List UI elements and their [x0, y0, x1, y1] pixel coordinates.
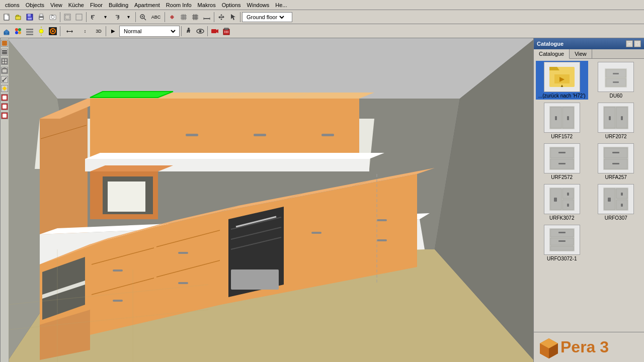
icon-measure[interactable] — [1, 76, 8, 83]
render-btn[interactable] — [47, 26, 58, 37]
open-btn[interactable] — [13, 12, 24, 23]
catalogue-item-URFK3072[interactable]: URFK3072 — [536, 183, 588, 222]
svg-marker-108 — [108, 182, 145, 212]
zoom-text-btn[interactable]: ABC — [149, 12, 163, 23]
icon-room[interactable] — [1, 67, 8, 74]
mode-select[interactable]: Normal — [122, 28, 177, 35]
menu-apartment[interactable]: Apartment — [131, 1, 163, 9]
redo-dropdown[interactable]: ▾ — [123, 12, 134, 23]
lighting-btn[interactable] — [36, 26, 47, 37]
grid-snap-btn[interactable] — [178, 12, 189, 23]
print-btn[interactable] — [36, 12, 47, 23]
zoom-in-btn[interactable] — [137, 12, 148, 23]
main-area: Catalogue − □ Catalogue View ▲ — [0, 38, 644, 362]
svg-marker-120 — [155, 212, 221, 320]
catalogue-titlebar: Catalogue − □ — [534, 38, 644, 49]
icon-view[interactable] — [1, 58, 8, 65]
tab-view[interactable]: View — [570, 49, 592, 58]
photo-btn[interactable] — [47, 12, 58, 23]
camera-red-btn[interactable] — [209, 26, 220, 37]
cursor-btn[interactable] — [227, 12, 238, 23]
eye-btn[interactable] — [195, 26, 206, 37]
undo-btn[interactable] — [88, 12, 99, 23]
sep2 — [86, 12, 87, 22]
menu-floor[interactable]: Floor — [87, 1, 106, 9]
svg-rect-159 — [613, 81, 619, 83]
catalogue-item-back[interactable]: ▲ ...(zurück nach 'H72') — [536, 61, 588, 100]
catalogue-item-label-URF2072: URF2072 — [605, 134, 627, 139]
floor-dropdown[interactable]: Ground floor 1st Floor Basement — [242, 12, 292, 22]
pan-btn[interactable] — [216, 12, 227, 23]
grid-btn[interactable] — [190, 12, 201, 23]
svg-rect-44 — [26, 31, 33, 33]
svg-marker-104 — [85, 153, 384, 159]
menu-options[interactable]: Options — [219, 1, 244, 9]
menu-help[interactable]: He... — [272, 1, 290, 9]
svg-rect-12 — [65, 15, 69, 19]
measure-btn[interactable] — [201, 12, 212, 23]
svg-marker-90 — [90, 99, 158, 159]
catalogue-item-URFO3072-1[interactable]: URFO3072-1 — [536, 224, 588, 262]
icon-red3[interactable] — [1, 112, 8, 119]
thumb-URF2072 — [598, 103, 634, 133]
svg-marker-79 — [9, 38, 533, 99]
menu-actions[interactable]: ctions — [2, 1, 23, 9]
svg-rect-158 — [613, 73, 619, 74]
sep5 — [214, 12, 214, 22]
svg-rect-65 — [2, 53, 7, 54]
new-btn[interactable] — [1, 12, 12, 23]
icon-red1[interactable] — [1, 94, 8, 101]
catalogue-item-label-URF1572: URF1572 — [551, 134, 573, 139]
svg-rect-174 — [558, 163, 566, 164]
catalogue-tabs: Catalogue View — [534, 49, 644, 59]
catalogue-item-URFA257[interactable]: URFA257 — [590, 142, 642, 181]
maximize-btn[interactable]: □ — [634, 40, 641, 47]
save-btn[interactable] — [24, 12, 35, 23]
minimize-btn[interactable]: − — [626, 40, 633, 47]
forward-btn[interactable]: ▶ — [108, 26, 119, 37]
logo-cube-icon — [538, 336, 560, 358]
menu-windows[interactable]: Windows — [244, 1, 273, 9]
catalogue-item-label-DU60: DU60 — [609, 93, 622, 99]
catalogue-item-URF1572[interactable]: URF1572 — [536, 102, 588, 140]
svg-rect-55 — [211, 29, 216, 33]
undo-dropdown[interactable]: ▾ — [100, 12, 111, 23]
rect-select-btn[interactable] — [73, 12, 85, 23]
menu-makros[interactable]: Makros — [195, 1, 219, 9]
select-btn[interactable] — [62, 12, 73, 23]
viewport-3d[interactable] — [9, 38, 533, 362]
view3d-btn[interactable] — [1, 26, 12, 37]
catalogue-item-label-URFO307: URFO307 — [605, 215, 627, 221]
kitchen-scene — [9, 38, 533, 362]
dims-btn[interactable]: ⟷ — [62, 26, 77, 37]
3d-rotate-btn[interactable]: 3D — [93, 26, 104, 37]
redo-btn[interactable] — [111, 12, 122, 23]
tab-catalogue[interactable]: Catalogue — [534, 49, 570, 59]
thumb-URFO307 — [598, 184, 634, 214]
floor-select[interactable]: Ground floor 1st Floor Basement — [245, 14, 286, 21]
icon-sun[interactable] — [1, 85, 8, 92]
catalogue-item-URF2572[interactable]: URF2572 — [536, 142, 588, 181]
menu-view[interactable]: View — [47, 1, 65, 9]
menu-objects[interactable]: Objects — [23, 1, 47, 9]
delete-btn[interactable] — [221, 26, 232, 37]
svg-rect-185 — [567, 193, 569, 196]
catalogue-item-URFO307[interactable]: URFO307 — [590, 183, 642, 222]
svg-rect-169 — [621, 116, 623, 120]
menu-building[interactable]: Building — [106, 1, 131, 9]
menu-room-info[interactable]: Room Info — [163, 1, 195, 9]
menu-kuche[interactable]: Küche — [65, 1, 87, 9]
sep6 — [240, 12, 240, 22]
mode-dropdown[interactable]: Normal — [119, 26, 180, 37]
icon-list[interactable] — [1, 49, 8, 56]
dims2-btn[interactable]: ↕ — [77, 26, 93, 37]
svg-point-46 — [39, 29, 43, 33]
objects-btn[interactable] — [24, 26, 35, 37]
view-icons-btn[interactable] — [13, 26, 24, 37]
icon-materials[interactable] — [1, 40, 8, 47]
catalogue-item-DU60[interactable]: DU60 — [590, 61, 642, 100]
icon-red2[interactable] — [1, 103, 8, 110]
walk-btn[interactable] — [183, 26, 194, 37]
snap-btn[interactable] — [167, 12, 178, 23]
catalogue-item-URF2072[interactable]: URF2072 — [590, 102, 642, 140]
